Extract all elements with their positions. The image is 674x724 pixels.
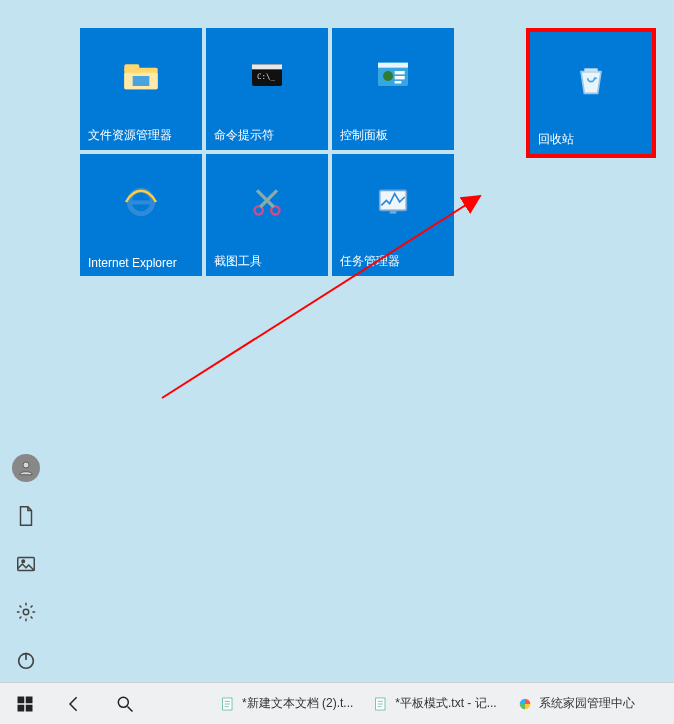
- svg-rect-1: [124, 64, 139, 71]
- taskbar-item-system-center[interactable]: 系统家园管理中心: [509, 688, 643, 720]
- svg-point-23: [23, 462, 29, 468]
- taskbar-item-notepad-1[interactable]: *新建文本文档 (2).t...: [212, 688, 361, 720]
- cmd-icon: C:\_: [206, 28, 328, 124]
- svg-line-18: [257, 190, 274, 207]
- user-icon[interactable]: [12, 454, 40, 482]
- svg-rect-11: [395, 76, 405, 79]
- tile-file-explorer[interactable]: 文件资源管理器: [80, 28, 202, 150]
- tile-label: 命令提示符: [214, 127, 320, 144]
- taskbar-item-label: *平板模式.txt - 记...: [395, 695, 496, 712]
- snip-icon: [206, 154, 328, 250]
- tile-row-2: Internet Explorer 截图工具 任务管理: [80, 154, 660, 276]
- ie-icon: [80, 154, 202, 250]
- svg-rect-10: [395, 71, 405, 74]
- svg-point-25: [22, 560, 25, 563]
- svg-rect-3: [133, 76, 150, 86]
- search-button[interactable]: [100, 683, 150, 724]
- svg-line-34: [128, 706, 133, 711]
- tile-label: 控制面板: [340, 127, 446, 144]
- svg-point-9: [383, 71, 393, 81]
- back-button[interactable]: [50, 683, 100, 724]
- tile-snipping-tool[interactable]: 截图工具: [206, 154, 328, 276]
- notepad-icon: [220, 696, 236, 712]
- svg-rect-32: [26, 704, 33, 711]
- tile-cmd[interactable]: C:\_ 命令提示符: [206, 28, 328, 150]
- tile-label: 任务管理器: [340, 253, 446, 270]
- tile-label: 文件资源管理器: [88, 127, 194, 144]
- svg-rect-21: [584, 68, 597, 71]
- start-button[interactable]: [0, 683, 50, 724]
- colorwheel-icon: [517, 696, 533, 712]
- svg-rect-30: [26, 696, 33, 703]
- power-icon[interactable]: [12, 646, 40, 674]
- svg-rect-8: [378, 63, 408, 68]
- svg-rect-31: [18, 704, 25, 711]
- taskbar-item-label: 系统家园管理中心: [539, 695, 635, 712]
- pictures-icon[interactable]: [12, 550, 40, 578]
- tile-label: 回收站: [538, 131, 644, 148]
- tile-control-panel[interactable]: 控制面板: [332, 28, 454, 150]
- svg-rect-12: [395, 81, 402, 84]
- document-icon[interactable]: [12, 502, 40, 530]
- svg-rect-29: [18, 696, 25, 703]
- tile-label: Internet Explorer: [88, 256, 194, 270]
- svg-point-33: [118, 697, 128, 707]
- notepad-icon: [373, 696, 389, 712]
- taskbar-item-label: *新建文本文档 (2).t...: [242, 695, 353, 712]
- svg-text:C:\_: C:\_: [257, 72, 276, 81]
- taskmgr-icon: [332, 154, 454, 250]
- recycle-bin-icon: [530, 32, 652, 128]
- svg-rect-14: [129, 200, 152, 204]
- tile-label: 截图工具: [214, 253, 320, 270]
- tile-task-manager[interactable]: 任务管理器: [332, 154, 454, 276]
- folder-icon: [80, 28, 202, 124]
- svg-rect-20: [390, 210, 397, 213]
- tile-ie[interactable]: Internet Explorer: [80, 154, 202, 276]
- svg-rect-5: [252, 64, 282, 69]
- control-panel-icon: [332, 28, 454, 124]
- svg-point-26: [23, 609, 29, 615]
- settings-icon[interactable]: [12, 598, 40, 626]
- start-left-rail: [6, 454, 46, 674]
- taskbar-item-notepad-2[interactable]: *平板模式.txt - 记...: [365, 688, 504, 720]
- tile-recycle-bin[interactable]: 回收站: [526, 28, 656, 158]
- svg-line-17: [260, 190, 277, 207]
- taskbar: *新建文本文档 (2).t... *平板模式.txt - 记... 系统家园管理…: [0, 682, 674, 724]
